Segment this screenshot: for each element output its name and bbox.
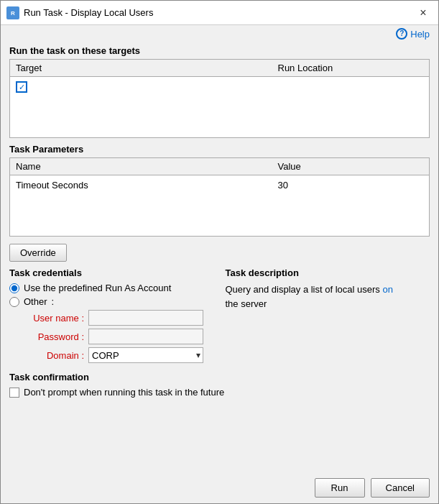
param-name: Timeout Seconds (16, 180, 88, 191)
targets-table-header: Target Run Location (10, 60, 429, 77)
credentials-label: Task credentials (9, 267, 214, 278)
radio-predefined-label: Use the predefined Run As Account (24, 283, 171, 293)
params-table-header: Name Value (10, 158, 429, 175)
domain-row: Domain : CORP (9, 347, 214, 363)
username-label: User name : (27, 313, 84, 324)
description-highlight: on (382, 284, 392, 295)
radio-predefined[interactable] (9, 283, 19, 293)
footer: Run Cancel (1, 472, 438, 503)
cancel-button[interactable]: Cancel (371, 478, 430, 498)
two-col-section: Task credentials Use the predefined Run … (9, 267, 430, 366)
username-row: User name : (9, 310, 214, 326)
params-table-body: Timeout Seconds 30 (10, 175, 429, 229)
other-colon: : (52, 296, 55, 307)
target-checkbox[interactable]: ✓ (16, 81, 27, 93)
title-bar: R Run Task - Display Local Users × (1, 1, 438, 25)
params-section-label: Task Parameters (9, 144, 430, 155)
dont-prompt-label: Don't prompt when running this task in t… (24, 387, 224, 398)
domain-label: Domain : (27, 350, 84, 361)
override-button[interactable]: Override (9, 244, 67, 262)
password-input[interactable] (88, 329, 203, 344)
radio-other[interactable] (9, 297, 19, 307)
confirmation-label: Task confirmation (9, 372, 430, 382)
radio-other-label: Other (24, 296, 47, 307)
description-text: Query and display a list of local users … (226, 283, 430, 311)
domain-select[interactable]: CORP (88, 347, 203, 363)
radio-other-row: Other : (9, 296, 214, 307)
params-section: Task Parameters Name Value Timeout Secon… (9, 144, 430, 237)
targets-target-cell: ✓ (16, 81, 278, 93)
param-name-cell: Timeout Seconds (16, 180, 278, 191)
table-row: ✓ (16, 80, 423, 94)
description-section: Task description Query and display a lis… (226, 267, 430, 366)
table-row: Timeout Seconds 30 (16, 178, 423, 192)
description-label: Task description (226, 267, 430, 278)
password-row: Password : (9, 329, 214, 344)
username-input[interactable] (88, 310, 203, 326)
override-container: Override (9, 242, 430, 262)
run-button[interactable]: Run (315, 478, 365, 498)
targets-section: Run the task on these targets Target Run… (9, 45, 430, 138)
help-icon: ? (396, 28, 407, 40)
targets-col2-header: Run Location (278, 63, 424, 73)
confirmation-section: Task confirmation Don't prompt when runn… (9, 372, 430, 398)
domain-wrapper: CORP (88, 347, 203, 363)
help-link[interactable]: ? Help (396, 28, 430, 40)
credentials-section: Task credentials Use the predefined Run … (9, 267, 214, 366)
params-table: Name Value Timeout Seconds 30 (9, 157, 430, 237)
targets-section-label: Run the task on these targets (9, 45, 430, 56)
password-label: Password : (27, 331, 84, 342)
param-value: 30 (278, 180, 288, 191)
content-area: Run the task on these targets Target Run… (1, 42, 438, 472)
window-icon: R (6, 6, 19, 19)
help-label: Help (410, 29, 430, 40)
targets-table-body: ✓ (10, 77, 429, 131)
param-value-cell: 30 (278, 180, 424, 191)
targets-col1-header: Target (16, 63, 278, 73)
checkmark-icon: ✓ (19, 83, 25, 91)
confirmation-row: Don't prompt when running this task in t… (9, 387, 430, 398)
close-button[interactable]: × (414, 4, 433, 22)
radio-predefined-row: Use the predefined Run As Account (9, 283, 214, 293)
targets-table: Target Run Location ✓ (9, 59, 430, 138)
dont-prompt-checkbox[interactable] (9, 388, 19, 398)
window-title: Run Task - Display Local Users (24, 7, 414, 18)
help-bar: ? Help (1, 25, 438, 42)
main-window: R Run Task - Display Local Users × ? Hel… (0, 0, 439, 504)
params-col2-header: Value (278, 161, 424, 172)
params-col1-header: Name (16, 161, 278, 172)
svg-text:R: R (11, 10, 15, 17)
